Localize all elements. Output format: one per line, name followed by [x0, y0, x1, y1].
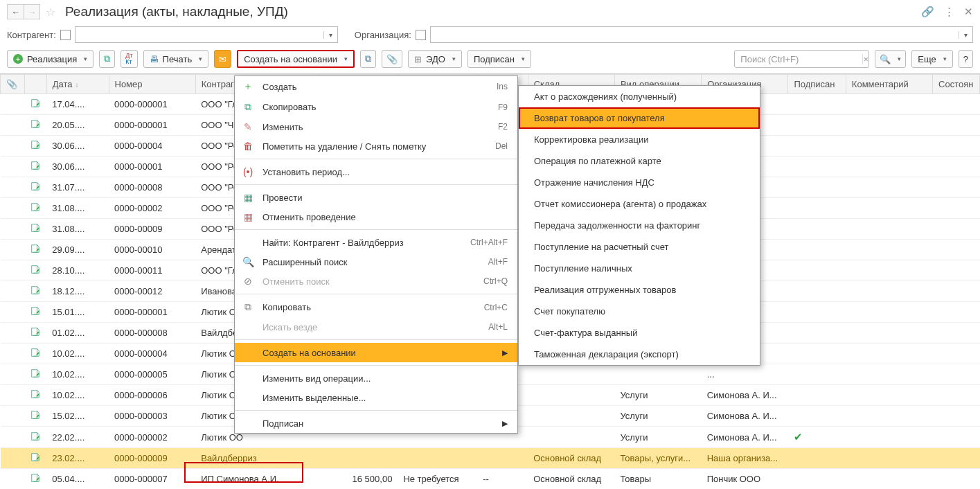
svg-rect-5 — [32, 204, 37, 211]
cell-signed — [788, 323, 846, 344]
submenu-item[interactable]: Передача задолженности на факторинг — [519, 215, 760, 236]
context-item[interactable]: (•)Установить период... — [235, 162, 517, 181]
forward-button[interactable]: → — [24, 4, 40, 19]
col-state[interactable]: Состоян — [933, 75, 980, 94]
more-button[interactable]: Еще▾ — [911, 50, 952, 68]
cell-number: 0000-00010 — [109, 240, 195, 260]
document-icon — [30, 368, 40, 378]
submenu-item[interactable]: Таможенная декларация (экспорт) — [519, 344, 760, 365]
cell-operation: Товары — [614, 469, 701, 490]
cell-date: 31.08.... — [46, 219, 109, 240]
menu-label: Отменить поиск — [262, 276, 475, 287]
menu-shortcut: Alt+F — [488, 257, 508, 267]
col-number[interactable]: Номер — [109, 75, 195, 94]
search-box[interactable]: × — [734, 50, 869, 68]
cell-signed — [788, 94, 846, 115]
cell-signed — [788, 240, 846, 260]
menu-icon: 🗑 — [242, 141, 254, 152]
cell-date: 28.10.... — [46, 260, 109, 281]
cell-number: 0000-000001 — [109, 302, 195, 323]
cell-signed — [788, 344, 846, 364]
submenu-item[interactable]: Акт о расхождениях (полученный) — [519, 86, 760, 107]
submenu-item[interactable]: Поступление наличных — [519, 258, 760, 279]
context-item[interactable]: Создать на основании▶ — [235, 343, 517, 362]
document-icon — [30, 202, 40, 212]
submenu-item[interactable]: Поступление на расчетный счет — [519, 236, 760, 258]
realizatsiya-button[interactable]: + Реализация ▾ — [7, 50, 93, 68]
help-button[interactable]: ? — [959, 50, 973, 68]
cell-number: 0000-00002 — [109, 198, 195, 219]
svg-rect-1 — [32, 121, 37, 128]
more-icon[interactable]: ⋮ — [944, 6, 954, 18]
context-item[interactable]: ＋СоздатьIns — [235, 76, 517, 97]
document-icon — [30, 119, 40, 129]
context-item[interactable]: Подписан▶ — [235, 414, 517, 433]
attach-button[interactable]: 📎 — [382, 50, 402, 68]
context-item[interactable]: Изменить вид операции... — [235, 368, 517, 388]
mail-button[interactable]: ✉ — [214, 50, 231, 68]
contragent-checkbox[interactable] — [60, 30, 71, 40]
edo-icon: ⊞ — [414, 54, 422, 64]
cell-signed — [788, 177, 846, 198]
cell-signed — [788, 115, 846, 136]
submenu-item[interactable]: Счет покупателю — [519, 301, 760, 322]
context-item[interactable]: 🔍Расширенный поискAlt+F — [235, 252, 517, 272]
context-item[interactable]: ⧉КопироватьCtrl+C — [235, 297, 517, 317]
cell-operation — [614, 364, 701, 385]
submenu-item[interactable]: Счет-фактура выданный — [519, 322, 760, 344]
svg-rect-14 — [32, 391, 37, 398]
context-item[interactable]: ▦Провести — [235, 188, 517, 207]
create-based-on-button[interactable]: Создать на основании ▾ — [237, 50, 355, 68]
dtkt-button[interactable]: ДтКт — [121, 50, 137, 68]
col-signed[interactable]: Подписан — [788, 75, 846, 94]
search-input[interactable] — [735, 54, 862, 64]
menu-label: Создать на основании — [262, 348, 494, 358]
link-icon[interactable]: 🔗 — [921, 6, 934, 18]
svg-rect-15 — [32, 411, 37, 419]
table-row[interactable]: 05.04....0000-000007ИП Симонова А.И.16 5… — [1, 469, 980, 490]
col-comment[interactable]: Комментарий — [846, 75, 932, 94]
col-date[interactable]: Дата↓ — [46, 75, 109, 94]
menu-label: Найти: Контрагент - Вайлдберриз — [262, 238, 462, 248]
svg-rect-2 — [32, 141, 37, 149]
search-button[interactable]: 🔍▾ — [875, 50, 906, 68]
submenu-item[interactable]: Возврат товаров от покупателя — [519, 107, 760, 129]
svg-rect-16 — [32, 432, 37, 440]
close-icon[interactable]: ✕ — [964, 6, 973, 18]
context-item[interactable]: Найти: Контрагент - ВайлдберризCtrl+Alt+… — [235, 233, 517, 252]
submenu-item[interactable]: Отражение начисления НДС — [519, 172, 760, 193]
favorite-icon[interactable]: ☆ — [46, 6, 55, 19]
page-title: Реализация (акты, накладные, УПД) — [65, 4, 288, 19]
cell-operation: Услуги — [614, 427, 701, 448]
cell-signed — [788, 260, 846, 281]
submenu-item[interactable]: Реализация отгруженных товаров — [519, 279, 760, 301]
menu-icon: ⊘ — [242, 276, 254, 287]
context-item[interactable]: ▦Отменить проведение — [235, 207, 517, 226]
cell-date: 22.02.... — [46, 427, 109, 448]
col-attachment[interactable]: 📎 — [1, 75, 25, 94]
structure-button[interactable]: ⧉ — [360, 50, 376, 68]
col-docicon[interactable] — [25, 75, 46, 94]
org-checkbox[interactable] — [416, 30, 426, 40]
contragent-combo[interactable]: ▾ — [75, 26, 338, 43]
copy-doc-button[interactable]: ⧉ — [99, 50, 115, 68]
menu-label: Скопировать — [262, 102, 490, 112]
submenu-item[interactable]: Корректировка реализации — [519, 129, 760, 150]
cell-number: 0000-000009 — [109, 448, 195, 469]
back-button[interactable]: ← — [7, 4, 24, 19]
context-item[interactable]: 🗑Пометить на удаление / Снять пометкуDel — [235, 136, 517, 156]
submenu-item[interactable]: Операция по платежной карте — [519, 150, 760, 172]
table-row[interactable]: 23.02....0000-000009ВайлдберризОсновной … — [1, 448, 980, 469]
signed-button[interactable]: Подписан ▾ — [467, 50, 531, 68]
org-combo[interactable]: ▾ — [430, 26, 973, 43]
submenu-item[interactable]: Отчет комиссионера (агента) о продажах — [519, 193, 760, 215]
context-item[interactable]: ✎ИзменитьF2 — [235, 117, 517, 136]
context-item[interactable]: ⧉СкопироватьF9 — [235, 97, 517, 117]
search-clear[interactable]: × — [862, 54, 868, 64]
print-button[interactable]: 🖶 Печать ▾ — [143, 50, 209, 68]
svg-rect-18 — [32, 474, 37, 482]
context-item[interactable]: Изменить выделенные... — [235, 388, 517, 407]
cell-currency: Не требуется — [398, 469, 477, 490]
edo-button[interactable]: ⊞ ЭДО ▾ — [408, 50, 462, 68]
document-icon — [30, 98, 40, 108]
